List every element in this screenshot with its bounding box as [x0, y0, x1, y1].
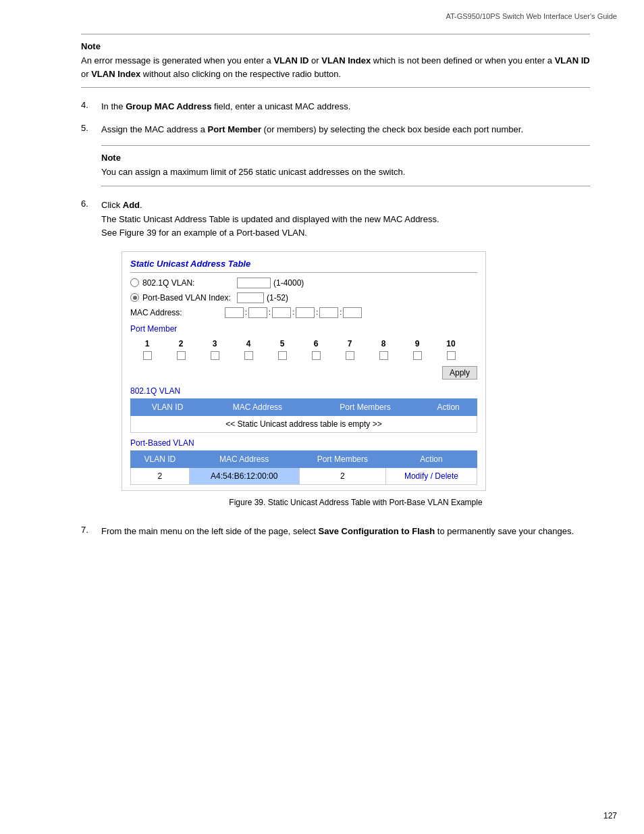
step-4: 4. In the Group MAC Address field, enter… [81, 100, 590, 113]
port-numbers-row: 1 2 3 4 5 6 7 8 9 10 [130, 336, 477, 351]
radio-portbased-label: Port-Based VLAN Index: [142, 292, 237, 304]
table-8021q-empty: << Static Unicast address table is empty… [131, 415, 477, 432]
vlan-range-8021q: (1-4000) [273, 277, 304, 289]
section-8021q-label: 802.1Q VLAN [130, 385, 477, 397]
step5-num: 5. [81, 123, 101, 133]
radio-8021q-label: 802.1Q VLAN: [142, 277, 237, 289]
pb-portmembers-cell: 2 [299, 467, 385, 484]
step-7: 7. From the main menu on the left side o… [81, 525, 590, 538]
pb-mac-cell: A4:54:B6:12:00:00 [189, 467, 299, 484]
checkbox-6[interactable] [312, 351, 321, 360]
figure-block: Static Unicast Address Table 802.1Q VLAN… [122, 251, 590, 509]
page-number: 127 [603, 811, 617, 820]
vlan-input-portbased[interactable] [237, 292, 264, 303]
checkbox-5[interactable] [278, 351, 287, 360]
col-portmembers-8021q: Port Members [311, 398, 419, 415]
port-num-8: 8 [367, 336, 400, 351]
mac-fields: : : : : : [225, 307, 362, 318]
note2-title: Note [101, 153, 590, 163]
step5-content: Assign the MAC address a Port Member (or… [101, 123, 590, 136]
step6-num: 6. [81, 199, 101, 209]
port-member-section: Port Member 1 2 3 4 5 6 7 8 9 10 [130, 323, 477, 363]
mac-field-5[interactable] [319, 307, 338, 318]
radio-portbased[interactable] [130, 293, 139, 302]
note-box-1: Note An error message is generated when … [81, 34, 590, 88]
col-mac-8021q: MAC Address [205, 398, 311, 415]
port-num-3: 3 [198, 336, 232, 351]
port-num-2: 2 [164, 336, 198, 351]
checkbox-8[interactable] [379, 351, 388, 360]
checkbox-1[interactable] [143, 351, 152, 360]
port-num-4: 4 [232, 336, 265, 351]
vlan-row: 802.1Q VLAN: (1-4000) [130, 277, 477, 289]
mac-field-1[interactable] [225, 307, 244, 318]
port-num-1: 1 [130, 336, 164, 351]
step7-content: From the main menu on the left side of t… [101, 525, 590, 538]
note1-text: An error message is generated when you e… [81, 54, 590, 80]
checkbox-9[interactable] [413, 351, 422, 360]
port-num-10: 10 [434, 336, 468, 351]
col-vlanid-8021q: VLAN ID [131, 398, 205, 415]
mac-field-2[interactable] [248, 307, 267, 318]
mac-address-row: MAC Address: : : : : : [130, 307, 477, 319]
vlan-input-8021q[interactable] [237, 278, 271, 288]
pb-vlanid-cell: 2 [131, 467, 190, 484]
port-checkbox-row [130, 351, 477, 363]
step4-num: 4. [81, 100, 101, 110]
mac-field-4[interactable] [296, 307, 315, 318]
header-title: AT-GS950/10PS Switch Web Interface User'… [446, 12, 617, 20]
mac-field-3[interactable] [272, 307, 291, 318]
step6-desc2: See Figure 39 for an example of a Port-b… [101, 226, 590, 240]
checkbox-4[interactable] [244, 351, 253, 360]
suat-widget: Static Unicast Address Table 802.1Q VLAN… [122, 251, 486, 491]
port-cb-8 [367, 351, 400, 363]
main-content: Note An error message is generated when … [0, 27, 644, 574]
port-cb-6 [299, 351, 333, 363]
col-mac-pb: MAC Address [189, 450, 299, 467]
port-num-7: 7 [333, 336, 367, 351]
pb-action-cell: Modify / Delete [385, 467, 477, 484]
checkbox-3[interactable] [211, 351, 219, 360]
col-vlanid-pb: VLAN ID [131, 450, 190, 467]
port-cb-1 [130, 351, 164, 363]
radio-8021q[interactable] [130, 278, 139, 287]
vlan-range-portbased: (1-52) [267, 292, 288, 304]
port-cb-10 [434, 351, 468, 363]
mac-field-6[interactable] [343, 307, 362, 318]
port-cb-2 [164, 351, 198, 363]
port-num-9: 9 [400, 336, 434, 351]
apply-button[interactable]: Apply [442, 366, 477, 380]
step4-content: In the Group MAC Address field, enter a … [101, 100, 590, 113]
portbased-row: Port-Based VLAN Index: (1-52) [130, 292, 477, 304]
port-num-6: 6 [299, 336, 333, 351]
apply-row: Apply [130, 366, 477, 380]
empty-msg: << Static Unicast address table is empty… [131, 415, 477, 432]
port-cb-4 [232, 351, 265, 363]
modify-delete-link[interactable]: Modify / Delete [404, 471, 458, 481]
port-num-5: 5 [265, 336, 299, 351]
table-row: 2 A4:54:B6:12:00:00 2 Modify / Delete [131, 467, 477, 484]
note1-title: Note [81, 41, 590, 51]
col-portmembers-pb: Port Members [299, 450, 385, 467]
col-action-8021q: Action [420, 398, 477, 415]
port-member-label: Port Member [130, 323, 477, 335]
page-header: AT-GS950/10PS Switch Web Interface User'… [0, 0, 644, 27]
table-8021q: VLAN ID MAC Address Port Members Action … [130, 398, 477, 433]
checkbox-7[interactable] [346, 351, 354, 360]
port-cb-5 [265, 351, 299, 363]
checkbox-10[interactable] [447, 351, 456, 360]
section-portbased-label: Port-Based VLAN [130, 437, 477, 449]
port-cb-3 [198, 351, 232, 363]
checkbox-2[interactable] [177, 351, 186, 360]
step7-num: 7. [81, 525, 101, 535]
step6-content: Click Add. The Static Unicast Address Ta… [101, 199, 590, 515]
port-cb-9 [400, 351, 434, 363]
table-8021q-header: VLAN ID MAC Address Port Members Action [131, 398, 477, 415]
figure-caption: Figure 39. Static Unicast Address Table … [122, 496, 590, 509]
col-action-pb: Action [385, 450, 477, 467]
step-5: 5. Assign the MAC address a Port Member … [81, 123, 590, 136]
mac-address-label: MAC Address: [130, 307, 225, 319]
note-box-2: Note You can assign a maximum limit of 2… [101, 145, 590, 186]
table-portbased-header: VLAN ID MAC Address Port Members Action [131, 450, 477, 467]
step6-desc1: The Static Unicast Address Table is upda… [101, 213, 590, 226]
